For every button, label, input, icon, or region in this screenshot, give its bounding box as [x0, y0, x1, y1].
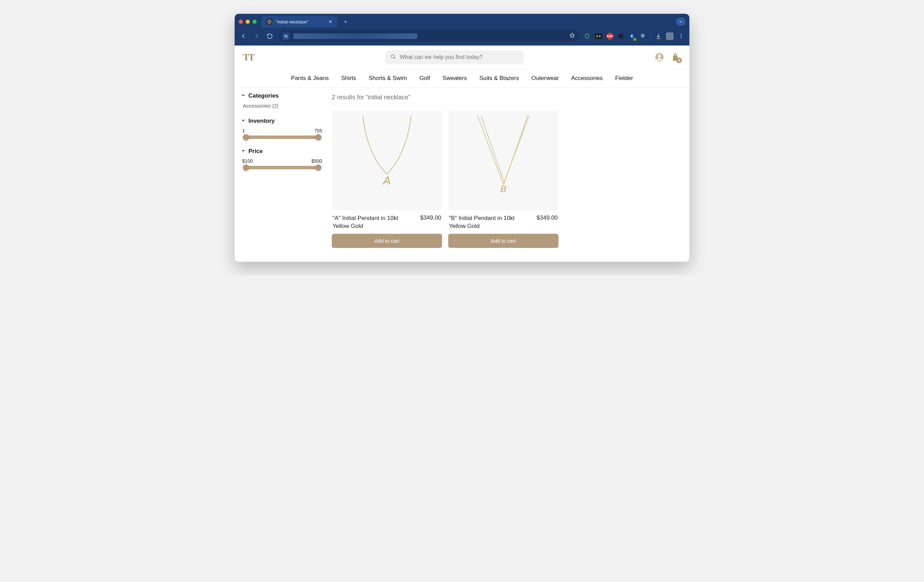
price-min: $100 [242, 158, 253, 164]
filter-header-categories[interactable]: Categories [241, 93, 323, 99]
extension-icons: ABP 4 [584, 32, 685, 40]
product-image[interactable]: B [448, 110, 558, 210]
filter-header-price[interactable]: Price [241, 148, 323, 155]
tab-title: "initial necklace" [276, 19, 325, 25]
window-close[interactable] [239, 20, 243, 24]
window-controls [239, 20, 257, 24]
product-image[interactable]: A [332, 110, 442, 210]
nav-item[interactable]: Shirts [341, 75, 356, 82]
nav-item[interactable]: Pants & Jeans [291, 75, 329, 82]
inventory-slider[interactable] [243, 136, 322, 139]
svg-point-1 [285, 35, 285, 36]
kebab-menu-icon[interactable] [678, 33, 685, 40]
necklace-illustration: B [469, 116, 538, 205]
svg-text:B: B [500, 184, 506, 194]
new-tab-button[interactable]: ＋ [341, 17, 350, 26]
product-price: $349.00 [420, 215, 441, 222]
slider-thumb-min[interactable] [243, 164, 249, 171]
nav-item[interactable]: Accessories [571, 75, 603, 82]
profile-avatar[interactable] [666, 32, 673, 40]
back-button[interactable] [239, 32, 248, 40]
primary-nav: Pants & Jeans Shirts Shorts & Swim Golf … [234, 69, 690, 88]
product-card: A "A" Initial Pendant in 10kt Yellow Gol… [332, 110, 442, 248]
chevron-down-icon [241, 148, 246, 155]
product-name[interactable]: "B" Initial Pendant in 10kt Yellow Gold [449, 215, 518, 230]
svg-point-11 [681, 36, 682, 37]
page-content: Categories Accessories (2) Inventory 1 7… [234, 88, 690, 262]
slider-thumb-max[interactable] [315, 164, 322, 171]
svg-point-6 [599, 36, 600, 36]
price-slider[interactable] [243, 166, 322, 169]
site-search[interactable] [386, 50, 523, 64]
account-icon[interactable] [655, 53, 664, 62]
svg-point-15 [658, 55, 661, 58]
categories-label: Categories [248, 93, 279, 99]
product-card: B "B" Initial Pendant in 10kt Yellow Gol… [448, 110, 558, 248]
browser-tab[interactable]: "initial necklace" ✕ [261, 16, 337, 28]
chevron-down-icon [241, 93, 246, 99]
filter-header-inventory[interactable]: Inventory [241, 117, 323, 124]
eyes-extension-icon[interactable] [595, 33, 602, 39]
inventory-min: 1 [242, 128, 245, 134]
shield-outline-icon[interactable] [584, 33, 591, 40]
toolbar-divider [650, 33, 651, 40]
chevron-down-icon [241, 117, 246, 124]
tab-close-icon[interactable]: ✕ [328, 19, 332, 25]
nav-item[interactable]: Golf [419, 75, 430, 82]
product-price: $349.00 [537, 215, 558, 222]
window-maximize[interactable] [252, 20, 257, 24]
browser-chrome: "initial necklace" ✕ ＋ [234, 14, 690, 46]
inventory-label: Inventory [248, 117, 275, 124]
bookmark-star-icon[interactable] [569, 32, 575, 40]
tabs-dropdown-button[interactable] [676, 18, 685, 25]
cart-button[interactable]: 0 [671, 53, 680, 62]
nav-item[interactable]: Fielder [615, 75, 633, 82]
svg-text:A: A [383, 174, 391, 187]
add-to-cart-button[interactable]: Add to cart [448, 234, 558, 248]
results-main: 2 results for “initial necklace” A "A" I… [332, 93, 683, 248]
svg-point-5 [597, 36, 597, 36]
nav-item[interactable]: Shorts & Swim [369, 75, 407, 82]
product-name[interactable]: "A" Initial Pendant in 10kt Yellow Gold [332, 215, 401, 230]
tab-favicon [266, 18, 272, 25]
shield-badge-count: 4 [633, 38, 637, 41]
category-item[interactable]: Accessories (2) [241, 103, 323, 109]
gear-dark-icon[interactable] [617, 33, 624, 40]
slider-thumb-min[interactable] [243, 134, 249, 141]
necklace-illustration: A [352, 116, 421, 205]
svg-point-13 [391, 55, 394, 58]
address-bar[interactable] [279, 30, 579, 42]
svg-point-8 [620, 36, 622, 37]
add-to-cart-button[interactable]: Add to cart [332, 234, 442, 248]
search-icon [390, 54, 396, 61]
svg-point-10 [681, 34, 682, 35]
price-max: $500 [312, 158, 322, 164]
product-grid: A "A" Initial Pendant in 10kt Yellow Gol… [332, 110, 683, 248]
site-header: TT 0 [234, 46, 690, 69]
svg-rect-9 [632, 35, 632, 37]
site-settings-chip[interactable] [282, 32, 290, 40]
window-minimize[interactable] [246, 20, 250, 24]
svg-point-2 [287, 36, 287, 37]
puzzle-extensions-icon[interactable] [639, 33, 646, 40]
nav-item[interactable]: Suits & Blazers [479, 75, 519, 82]
brand-logo[interactable]: TT [243, 52, 254, 63]
cart-count: 0 [676, 58, 682, 63]
url-obscured [293, 33, 417, 39]
download-icon[interactable] [655, 33, 662, 40]
app-window: "initial necklace" ✕ ＋ [234, 14, 690, 262]
price-label: Price [248, 148, 263, 155]
search-input[interactable] [400, 54, 518, 60]
results-heading: 2 results for “initial necklace” [332, 93, 683, 104]
nav-item[interactable]: Sweaters [442, 75, 467, 82]
shield-badge-icon[interactable]: 4 [629, 33, 635, 40]
nav-item[interactable]: Outerwear [531, 75, 558, 82]
reload-button[interactable] [266, 32, 274, 40]
forward-button[interactable] [252, 32, 261, 40]
abp-extension-icon[interactable]: ABP [606, 33, 613, 40]
slider-thumb-max[interactable] [315, 134, 322, 141]
svg-point-12 [681, 37, 682, 38]
filters-sidebar: Categories Accessories (2) Inventory 1 7… [241, 93, 323, 248]
inventory-max: 755 [314, 128, 322, 134]
